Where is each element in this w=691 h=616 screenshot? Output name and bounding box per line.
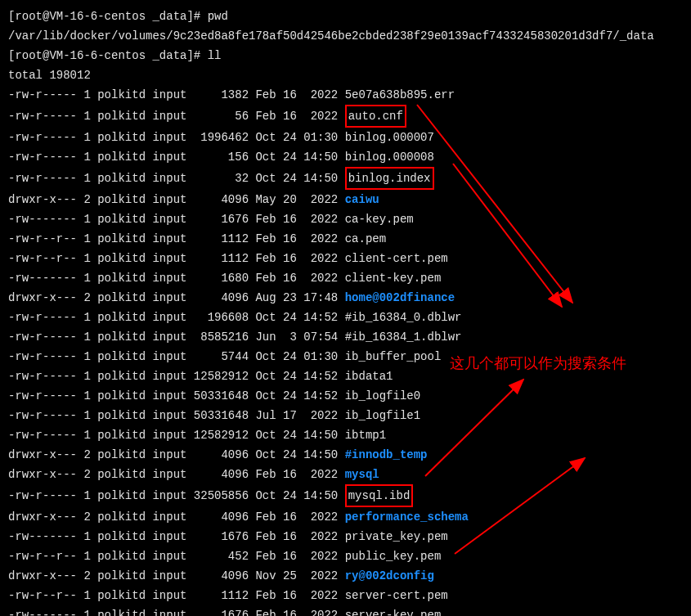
file-row: -rw------- 1 polkitd input 1676 Feb 16 2… — [8, 527, 683, 546]
file-row: -rw-r----- 1 polkitd input 196608 Oct 24… — [8, 308, 683, 327]
file-name: server-key.pem — [345, 609, 442, 616]
prompt-line-1: [root@VM-16-6-centos _data]# pwd — [8, 7, 683, 26]
file-row: drwxr-x--- 2 polkitd input 4096 Aug 23 1… — [8, 288, 683, 308]
file-row: -rw-r----- 1 polkitd input 56 Feb 16 202… — [8, 105, 683, 128]
file-meta: drwxr-x--- 2 polkitd input 4096 Feb 16 2… — [8, 510, 345, 524]
file-name: 5e07a638b895.err — [345, 88, 455, 101]
file-meta: -rw-r----- 1 polkitd input 12582912 Oct … — [8, 429, 345, 442]
file-meta: -rw-r----- 1 polkitd input 196608 Oct 24… — [8, 311, 345, 324]
file-meta: -rw-r----- 1 polkitd input 12582912 Oct … — [8, 370, 345, 383]
file-row: drwxr-x--- 2 polkitd input 4096 Oct 24 1… — [8, 445, 683, 465]
file-row: drwxr-x--- 2 polkitd input 4096 Feb 16 2… — [8, 465, 683, 484]
file-name: #ib_16384_1.dblwr — [345, 330, 462, 344]
file-meta: -rw-r----- 1 polkitd input 1382 Feb 16 2… — [8, 88, 345, 101]
pwd-output: /var/lib/docker/volumes/9c23ed8a8fe178af… — [8, 26, 683, 46]
file-row: drwxr-x--- 2 polkitd input 4096 Feb 16 2… — [8, 507, 683, 527]
file-meta: -rw-r--r-- 1 polkitd input 452 Feb 16 20… — [8, 550, 345, 563]
file-name: #innodb_temp — [345, 448, 428, 461]
file-name: binlog.index — [345, 167, 434, 190]
command-ll: ll — [208, 49, 222, 62]
file-meta: -rw-r----- 1 polkitd input 1996462 Oct 2… — [8, 131, 345, 144]
file-meta: drwxr-x--- 2 polkitd input 4096 Nov 25 2… — [8, 569, 345, 582]
file-row: drwxr-x--- 2 polkitd input 4096 May 20 2… — [8, 190, 683, 209]
file-name: ca-key.pem — [345, 213, 414, 226]
command-pwd: pwd — [208, 10, 228, 23]
file-name: binlog.000007 — [345, 131, 434, 144]
file-name: mysql — [345, 468, 379, 481]
file-row: -rw-r----- 1 polkitd input 1382 Feb 16 2… — [8, 85, 683, 105]
file-meta: -rw-r----- 1 polkitd input 156 Oct 24 14… — [8, 151, 345, 164]
file-meta: -rw-r--r-- 1 polkitd input 1112 Feb 16 2… — [8, 589, 345, 602]
file-name: public_key.pem — [345, 550, 442, 563]
file-name: caiwu — [345, 193, 379, 206]
file-row: -rw------- 1 polkitd input 1676 Feb 16 2… — [8, 605, 683, 616]
annotation-text: 这几个都可以作为搜索条件 — [450, 353, 626, 373]
file-meta: drwxr-x--- 2 polkitd input 4096 Aug 23 1… — [8, 291, 345, 304]
file-name: ibtmp1 — [345, 429, 386, 442]
file-name: performance_schema — [345, 510, 469, 524]
file-name: ib_logfile0 — [345, 389, 420, 402]
file-row: -rw-r----- 1 polkitd input 12582912 Oct … — [8, 425, 683, 445]
file-name: ib_buffer_pool — [345, 350, 442, 363]
prompt-line-2: [root@VM-16-6-centos _data]# ll — [8, 46, 683, 65]
file-row: -rw-r----- 1 polkitd input 50331648 Jul … — [8, 406, 683, 425]
file-name: #ib_16384_0.dblwr — [345, 311, 462, 324]
file-row: -rw-r----- 1 polkitd input 50331648 Oct … — [8, 386, 683, 406]
file-meta: drwxr-x--- 2 polkitd input 4096 Oct 24 1… — [8, 448, 345, 461]
file-name: client-cert.pem — [345, 252, 448, 265]
file-name: ca.pem — [345, 232, 386, 245]
file-meta: -rw-r----- 1 polkitd input 56 Feb 16 202… — [8, 110, 345, 123]
file-name: mysql.ibd — [345, 484, 414, 507]
file-name: ib_logfile1 — [345, 409, 420, 422]
file-name: ibdata1 — [345, 370, 393, 383]
file-meta: -rw-r----- 1 polkitd input 32 Oct 24 14:… — [8, 172, 345, 185]
file-row: -rw-r--r-- 1 polkitd input 452 Feb 16 20… — [8, 546, 683, 566]
file-meta: drwxr-x--- 2 polkitd input 4096 May 20 2… — [8, 193, 345, 206]
file-name: home@002dfinance — [345, 291, 455, 304]
file-row: -rw------- 1 polkitd input 1680 Feb 16 2… — [8, 268, 683, 288]
file-meta: -rw-r----- 1 polkitd input 5744 Oct 24 0… — [8, 350, 345, 363]
file-meta: -rw------- 1 polkitd input 1676 Feb 16 2… — [8, 213, 345, 226]
file-row: -rw-r----- 1 polkitd input 1996462 Oct 2… — [8, 128, 683, 147]
file-meta: -rw-r--r-- 1 polkitd input 1112 Feb 16 2… — [8, 232, 345, 245]
file-listing: -rw-r----- 1 polkitd input 1382 Feb 16 2… — [8, 85, 683, 616]
file-meta: -rw------- 1 polkitd input 1676 Feb 16 2… — [8, 530, 345, 543]
file-name: private_key.pem — [345, 530, 448, 543]
file-row: -rw-r----- 1 polkitd input 32505856 Oct … — [8, 484, 683, 507]
file-row: drwxr-x--- 2 polkitd input 4096 Nov 25 2… — [8, 566, 683, 586]
file-row: -rw-r----- 1 polkitd input 8585216 Jun 3… — [8, 327, 683, 347]
file-meta: -rw-r----- 1 polkitd input 32505856 Oct … — [8, 489, 345, 502]
file-meta: -rw-r----- 1 polkitd input 50331648 Jul … — [8, 409, 345, 422]
file-meta: -rw-r----- 1 polkitd input 8585216 Jun 3… — [8, 330, 345, 344]
file-meta: -rw-r--r-- 1 polkitd input 1112 Feb 16 2… — [8, 252, 345, 265]
file-name: binlog.000008 — [345, 151, 434, 164]
file-meta: drwxr-x--- 2 polkitd input 4096 Feb 16 2… — [8, 468, 345, 481]
file-name: client-key.pem — [345, 272, 442, 285]
file-name: server-cert.pem — [345, 589, 448, 602]
shell-prompt: [root@VM-16-6-centos _data]# — [8, 10, 208, 23]
file-row: -rw-r--r-- 1 polkitd input 1112 Feb 16 2… — [8, 249, 683, 268]
file-meta: -rw------- 1 polkitd input 1676 Feb 16 2… — [8, 609, 345, 616]
file-row: -rw-r--r-- 1 polkitd input 1112 Feb 16 2… — [8, 586, 683, 605]
total-line: total 198012 — [8, 65, 683, 85]
file-name: ry@002dconfig — [345, 569, 434, 582]
file-row: -rw-r--r-- 1 polkitd input 1112 Feb 16 2… — [8, 229, 683, 249]
file-row: -rw-r----- 1 polkitd input 156 Oct 24 14… — [8, 147, 683, 167]
file-name: auto.cnf — [345, 105, 406, 128]
file-meta: -rw------- 1 polkitd input 1680 Feb 16 2… — [8, 272, 345, 285]
file-meta: -rw-r----- 1 polkitd input 50331648 Oct … — [8, 389, 345, 402]
file-row: -rw-r----- 1 polkitd input 32 Oct 24 14:… — [8, 167, 683, 190]
file-row: -rw------- 1 polkitd input 1676 Feb 16 2… — [8, 209, 683, 229]
shell-prompt: [root@VM-16-6-centos _data]# — [8, 49, 208, 62]
